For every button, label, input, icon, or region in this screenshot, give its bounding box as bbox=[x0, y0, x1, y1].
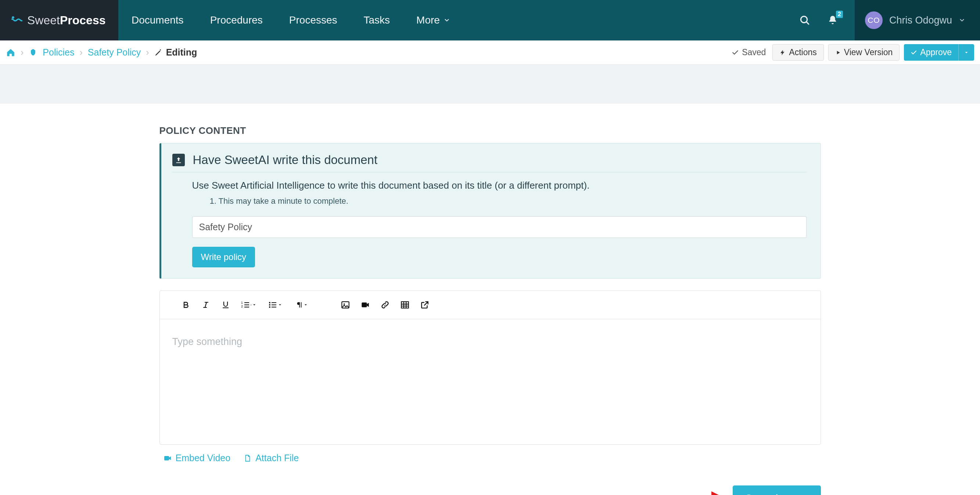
approve-split: Approve bbox=[904, 44, 974, 61]
view-version-button[interactable]: View Version bbox=[828, 44, 900, 61]
svg-point-4 bbox=[269, 302, 270, 303]
svg-point-8 bbox=[343, 303, 345, 305]
bolt-icon bbox=[780, 49, 786, 56]
upload-icon bbox=[172, 154, 185, 166]
image-button[interactable] bbox=[336, 297, 355, 313]
write-policy-button[interactable]: Write policy bbox=[192, 247, 255, 267]
svg-rect-9 bbox=[361, 303, 367, 307]
breadcrumb-policies[interactable]: Policies bbox=[43, 47, 74, 58]
breadcrumb-sep: › bbox=[146, 47, 149, 58]
bold-button[interactable] bbox=[176, 297, 196, 313]
notifications-badge: 2 bbox=[836, 11, 843, 18]
breadcrumb-editing: Editing bbox=[154, 47, 197, 58]
sweetai-prompt-input[interactable] bbox=[192, 216, 807, 238]
check-icon bbox=[732, 49, 739, 56]
table-button[interactable] bbox=[395, 297, 415, 313]
ordered-list-icon: 12 bbox=[241, 300, 252, 309]
save-changes-button[interactable]: Save changes bbox=[733, 485, 821, 495]
nav-documents[interactable]: Documents bbox=[118, 0, 197, 40]
italic-icon bbox=[201, 300, 210, 309]
logo-icon bbox=[10, 14, 24, 27]
save-row: Save changes bbox=[159, 485, 821, 495]
avatar: CO bbox=[865, 11, 883, 29]
play-icon bbox=[835, 50, 841, 56]
section-label: POLICY CONTENT bbox=[159, 125, 821, 136]
policies-icon bbox=[29, 48, 38, 57]
chevron-down-icon bbox=[444, 17, 450, 24]
unordered-list-button[interactable] bbox=[262, 297, 288, 313]
notifications-button[interactable]: 2 bbox=[825, 13, 840, 27]
logo[interactable]: SweetProcess bbox=[0, 0, 118, 40]
editor-toolbar: 12 bbox=[160, 291, 821, 319]
image-icon bbox=[340, 300, 350, 310]
nav-tasks[interactable]: Tasks bbox=[350, 0, 404, 40]
video-button[interactable] bbox=[355, 297, 375, 313]
below-editor: Embed Video Attach File bbox=[159, 445, 821, 463]
svg-point-0 bbox=[12, 16, 14, 19]
table-icon bbox=[400, 300, 410, 310]
nav-icons: 2 bbox=[783, 0, 855, 40]
paragraph-button[interactable] bbox=[288, 297, 315, 313]
nav-procedures[interactable]: Procedures bbox=[197, 0, 276, 40]
svg-rect-10 bbox=[401, 302, 409, 308]
caret-down-icon bbox=[252, 303, 256, 307]
link-icon bbox=[380, 300, 390, 310]
caret-down-icon bbox=[964, 50, 969, 55]
nav-menu: Documents Procedures Processes Tasks Mor… bbox=[118, 0, 463, 40]
svg-text:2: 2 bbox=[241, 305, 243, 308]
svg-rect-11 bbox=[164, 456, 169, 460]
editor: 12 Type something bbox=[159, 291, 821, 445]
main-column: POLICY CONTENT Have SweetAI write this d… bbox=[159, 104, 821, 495]
external-link-button[interactable] bbox=[415, 297, 435, 313]
sub-bar: › Policies › Safety Policy › Editing Sav… bbox=[0, 40, 980, 65]
embed-video-link[interactable]: Embed Video bbox=[163, 453, 231, 463]
paragraph-icon bbox=[296, 300, 304, 309]
user-menu[interactable]: CO Chris Odogwu bbox=[855, 0, 980, 40]
pencil-icon bbox=[154, 48, 162, 57]
search-icon bbox=[799, 14, 811, 26]
editor-body[interactable]: Type something bbox=[160, 319, 821, 444]
logo-text: SweetProcess bbox=[27, 14, 105, 27]
home-icon[interactable] bbox=[6, 48, 16, 57]
search-button[interactable] bbox=[797, 13, 812, 27]
nav-processes[interactable]: Processes bbox=[276, 0, 350, 40]
svg-text:1: 1 bbox=[241, 301, 243, 305]
breadcrumb: › Policies › Safety Policy › Editing bbox=[6, 47, 197, 58]
sweetai-title: Have SweetAI write this document bbox=[193, 153, 378, 167]
caret-down-icon bbox=[304, 303, 308, 307]
svg-point-6 bbox=[269, 307, 270, 308]
sweetai-note: 1. This may take a minute to complete. bbox=[210, 196, 807, 206]
grey-band bbox=[0, 65, 980, 104]
italic-button[interactable] bbox=[196, 297, 216, 313]
bold-icon bbox=[181, 300, 190, 309]
sweetai-desc: Use Sweet Artificial Intelligence to wri… bbox=[192, 180, 807, 191]
svg-point-5 bbox=[269, 304, 270, 306]
breadcrumb-policy[interactable]: Safety Policy bbox=[88, 47, 141, 58]
breadcrumb-sep: › bbox=[21, 47, 24, 58]
video-icon bbox=[361, 300, 370, 310]
user-name: Chris Odogwu bbox=[889, 15, 952, 26]
underline-icon bbox=[221, 300, 230, 309]
underline-button[interactable] bbox=[216, 297, 235, 313]
saved-indicator: Saved bbox=[732, 48, 766, 57]
breadcrumb-sep: › bbox=[80, 47, 82, 58]
attach-file-link[interactable]: Attach File bbox=[243, 453, 299, 463]
approve-button[interactable]: Approve bbox=[904, 44, 958, 61]
ordered-list-button[interactable]: 12 bbox=[235, 297, 262, 313]
external-link-icon bbox=[420, 300, 430, 310]
file-icon bbox=[243, 454, 252, 463]
approve-caret[interactable] bbox=[958, 44, 974, 61]
unordered-list-icon bbox=[268, 300, 278, 309]
chevron-down-icon bbox=[959, 17, 965, 24]
check-icon bbox=[910, 49, 917, 56]
actions-button[interactable]: Actions bbox=[772, 44, 824, 61]
top-nav: SweetProcess Documents Procedures Proces… bbox=[0, 0, 980, 40]
link-button[interactable] bbox=[375, 297, 395, 313]
sweetai-panel: Have SweetAI write this document Use Swe… bbox=[159, 143, 821, 279]
video-icon bbox=[163, 454, 172, 463]
nav-more[interactable]: More bbox=[403, 0, 463, 40]
caret-down-icon bbox=[278, 303, 282, 307]
sweetai-panel-head: Have SweetAI write this document bbox=[172, 153, 807, 172]
